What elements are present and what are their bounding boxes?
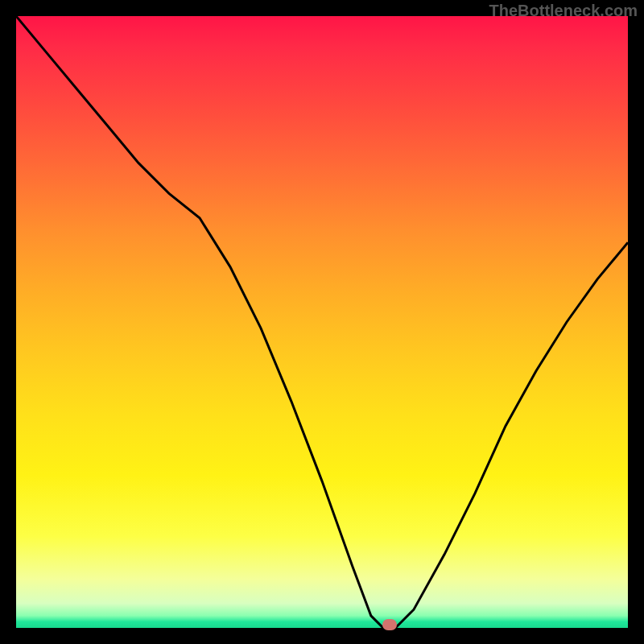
bottleneck-curve: [16, 16, 628, 628]
optimum-marker: [382, 619, 397, 630]
curve-svg: [16, 16, 628, 628]
watermark-label: TheBottleneck.com: [489, 2, 638, 20]
plot-area: [16, 16, 628, 628]
